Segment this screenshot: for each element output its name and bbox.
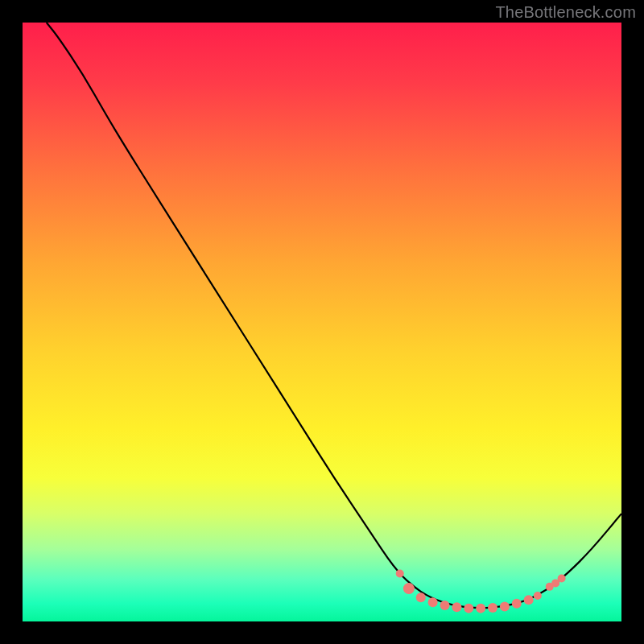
chart-svg xyxy=(23,23,621,621)
data-marker xyxy=(396,569,404,577)
data-marker xyxy=(558,574,566,582)
data-marker xyxy=(440,601,450,610)
data-marker xyxy=(500,601,510,611)
data-marker xyxy=(512,599,522,609)
data-marker xyxy=(403,583,415,594)
chart-frame: TheBottleneck.com xyxy=(0,0,644,644)
plot-area xyxy=(23,23,621,621)
data-marker xyxy=(488,603,497,613)
data-marker xyxy=(416,592,426,602)
data-marker xyxy=(524,595,534,605)
data-marker xyxy=(476,604,485,613)
data-marker xyxy=(464,604,473,613)
data-marker xyxy=(428,597,438,607)
data-marker xyxy=(534,592,542,600)
curve-line xyxy=(47,23,621,608)
attribution-text: TheBottleneck.com xyxy=(495,3,636,22)
data-marker xyxy=(452,602,461,612)
